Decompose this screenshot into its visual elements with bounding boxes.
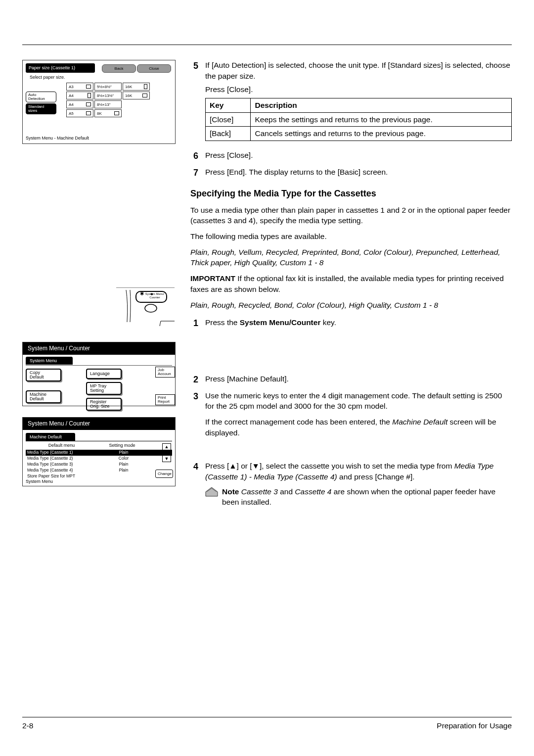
ss1-side-buttons: Auto Detection Standard sizes (26, 92, 56, 117)
td-close-desc: Keeps the settings and returns to the pr… (251, 112, 512, 127)
bold-text: System Menu/Counter (240, 318, 321, 327)
table-row[interactable]: Media Type (Cassette 2)Color (26, 456, 172, 462)
size-8k[interactable]: 8K (94, 109, 122, 117)
step-body: Press [End]. The display returns to the … (205, 167, 512, 181)
text: ] or [ (237, 462, 252, 470)
step-7: 7 Press [End]. The display returns to th… (190, 167, 512, 181)
step-2: 2 Press [Machine Default]. (190, 374, 512, 387)
screenshot-system-menu: System Menu / Counter System Menu Copy D… (22, 342, 176, 406)
italic-text: Cassette 3 (241, 487, 278, 496)
th-setting-mode: Setting mode (97, 442, 147, 449)
size-16kl[interactable]: 16K (123, 92, 150, 99)
key-description-table: KeyDescription [Close]Keeps the settings… (205, 98, 512, 141)
svg-text:Counter: Counter (149, 296, 160, 299)
arrow-down-button[interactable]: ▼ (162, 455, 171, 462)
step3-text2: If the correct management code has been … (205, 417, 512, 438)
size-85-135[interactable]: 8½×13½" (94, 92, 122, 99)
job-account-button[interactable]: Job Accoun (155, 367, 175, 378)
step3-text1: Use the numeric keys to enter the 4 digi… (205, 390, 512, 412)
landscape-icon (86, 111, 91, 115)
cell (99, 473, 148, 479)
svg-point-6 (145, 304, 157, 312)
important-label: IMPORTANT (190, 274, 235, 283)
ss2-tab: System Menu (26, 357, 73, 366)
change-button[interactable]: Change (155, 470, 173, 478)
size-16kp[interactable]: 16K (123, 83, 150, 91)
auto-detection-button[interactable]: Auto Detection (26, 92, 56, 102)
language-button[interactable]: Language (86, 369, 122, 379)
copy-default-button[interactable]: Copy Default (26, 369, 61, 381)
label: A4 (69, 102, 74, 107)
ss1-title-text: Paper size (Cassette 1) (29, 65, 75, 71)
size-a3[interactable]: A3 (66, 83, 93, 91)
landscape-icon (114, 111, 119, 115)
step-body: If [Auto Detection] is selected, choose … (205, 60, 512, 147)
cell: Media Type (Cassette 4) (27, 468, 99, 473)
cell: Plain (99, 462, 148, 468)
ss3-arrows: ▲ ▼ (162, 443, 171, 462)
th-default-menu: Default menu (26, 442, 97, 449)
step-number: 7 (190, 167, 198, 181)
table-row[interactable]: Media Type (Cassette 3)Plain (26, 462, 172, 468)
label: A4 (69, 93, 74, 98)
up-arrow-icon: ▲ (229, 462, 236, 470)
landscape-icon (86, 85, 91, 89)
size-85-13[interactable]: 8½×13" (94, 100, 122, 108)
note-icon (205, 486, 218, 497)
step-number: 2 (190, 374, 198, 387)
step-number: 6 (190, 150, 198, 164)
svg-line-8 (160, 321, 161, 326)
important-note: IMPORTANT If the optional fax kit is ins… (190, 273, 512, 294)
section-heading: Specifying the Media Type for the Casset… (190, 188, 512, 200)
label: A5 (69, 111, 74, 116)
step-number: 1 (190, 317, 198, 331)
section-intro: To use a media type other than plain pap… (190, 205, 512, 226)
th-key: Key (206, 98, 251, 113)
italic-text: Cassette 4 (295, 487, 331, 496)
register-orig-button[interactable]: Register Orig. Size (86, 398, 122, 411)
text: and (278, 487, 295, 496)
step4-text: Press [▲] or [▼], select the cassette yo… (205, 461, 512, 482)
print-report-button[interactable]: Print Report (155, 394, 175, 405)
size-col-2: 5½×8½" 8½×13½" 8½×13" 8K (94, 83, 122, 117)
note-text: Note Cassette 3 and Cassette 4 are shown… (222, 486, 512, 508)
size-a4p[interactable]: A4 (66, 92, 93, 99)
size-a4l[interactable]: A4 (66, 100, 93, 108)
size-a5[interactable]: A5 (66, 109, 93, 117)
label: 8K (97, 111, 102, 116)
ss1-grid: Auto Detection Standard sizes A3 A4 A4 A… (26, 83, 172, 117)
step-1: 1 Press the System Menu/Counter key. (190, 317, 512, 331)
page-footer: 2-8 Preparation for Usage (22, 717, 512, 731)
standard-sizes-button[interactable]: Standard sizes (26, 103, 56, 114)
cell: Color (99, 456, 148, 462)
step5-text2: Press [Close]. (205, 84, 512, 95)
ss3-table: Default menu Setting mode Media Type (Ca… (26, 441, 172, 479)
step-6: 6 Press [Close]. (190, 150, 512, 164)
back-button[interactable]: Back (102, 64, 136, 73)
step-number: 3 (190, 390, 198, 441)
size-col-3: 16K 16K (123, 83, 150, 117)
step1-text: Press the System Menu/Counter key. (205, 317, 512, 328)
ss2-body: Copy Default Machine Default Language MP… (26, 365, 172, 414)
step-number: 4 (190, 461, 198, 511)
top-rule (22, 45, 512, 45)
machine-default-button[interactable]: Machine Default (26, 390, 61, 403)
step-4: 4 Press [▲] or [▼], select the cassette … (190, 461, 512, 511)
mp-tray-button[interactable]: MP Tray Setting (86, 382, 122, 395)
table-row[interactable]: Media Type (Cassette 1)Plain (26, 450, 172, 456)
down-arrow-icon: ▼ (252, 462, 260, 470)
landscape-icon (86, 102, 91, 106)
td-back: [Back] (206, 127, 251, 141)
step-body: Use the numeric keys to enter the 4 digi… (205, 390, 512, 441)
size-55-85[interactable]: 5½×8½" (94, 83, 122, 91)
text: Press the (205, 318, 240, 327)
label: A3 (69, 84, 74, 90)
page-label: Preparation for Usage (437, 720, 512, 731)
table-row[interactable]: Media Type (Cassette 4)Plain (26, 468, 172, 473)
label: 16K (125, 93, 132, 98)
note-row: Note Cassette 3 and Cassette 4 are shown… (205, 486, 512, 511)
close-button[interactable]: Close (137, 64, 171, 73)
size-col-1: A3 A4 A4 A5 (66, 83, 93, 117)
arrow-up-button[interactable]: ▲ (162, 443, 171, 450)
cell: Media Type (Cassette 3) (27, 462, 99, 468)
